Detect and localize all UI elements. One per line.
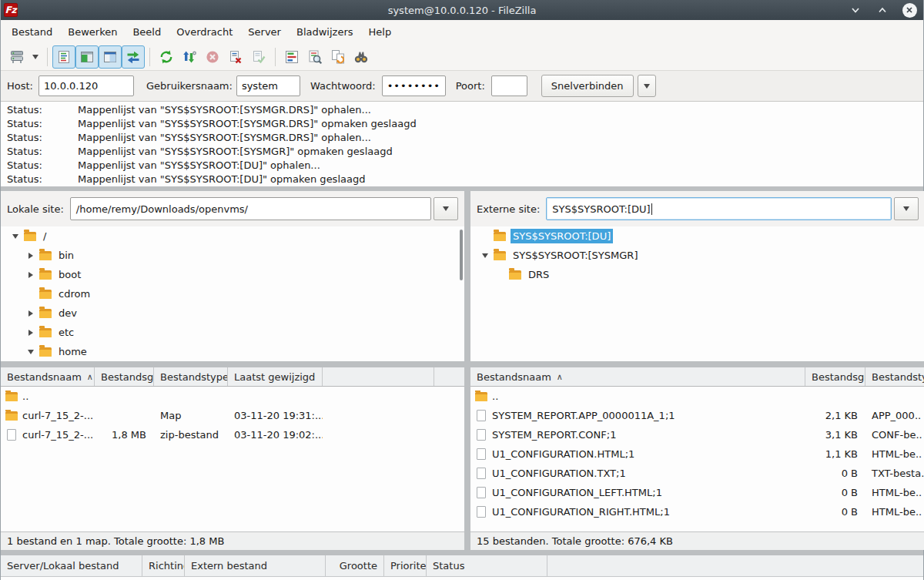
local-status-text: 1 bestand en 1 map. Totale grootte: 1,8 …	[7, 535, 224, 547]
tree-list-splitter[interactable]	[470, 361, 924, 367]
menu-item[interactable]: Beeld	[125, 22, 169, 42]
menu-item[interactable]: Bewerken	[60, 22, 125, 42]
column-header[interactable]: Bestandsgrootte	[95, 367, 154, 386]
tree-expander-icon[interactable]	[477, 253, 494, 258]
host-input[interactable]	[38, 75, 134, 96]
tree-item[interactable]: /	[1, 226, 464, 246]
site-manager-button[interactable]	[5, 45, 28, 69]
file-row[interactable]: curl-7_15_2-... 1,8 MB zip-bestand 03-11…	[1, 425, 464, 444]
menu-bar: BestandBewerkenBeeldOverdrachtServerBlad…	[1, 20, 923, 43]
tree-expander-icon[interactable]	[7, 234, 24, 239]
queue-splitter[interactable]	[1, 550, 923, 555]
toggle-transfer-queue-button[interactable]	[122, 45, 145, 69]
reconnect-button[interactable]	[247, 45, 270, 69]
tree-item[interactable]: SYS$SYSROOT:[SYSMGR]	[470, 246, 924, 265]
remote-site-bar: Externe site: SYS$SYSROOT:[DU]	[470, 191, 924, 226]
file-row[interactable]: ..	[1, 387, 464, 406]
tree-list-splitter[interactable]	[1, 361, 464, 367]
tree-expander-icon[interactable]	[22, 350, 39, 354]
tree-item[interactable]: home	[1, 342, 464, 361]
tree-scrollbar[interactable]	[460, 230, 463, 280]
file-row[interactable]: SYSTEM_REPORT.APP_0000011A_1;1 2,1 KB AP…	[470, 406, 924, 425]
log-message: Mappenlijst van "SYS$SYSROOT:[SYSMGR.DRS…	[78, 117, 417, 131]
queue-column-header[interactable]: Status	[427, 555, 547, 576]
quickconnect-dropdown[interactable]	[638, 75, 656, 97]
queue-column-header[interactable]: Richting	[142, 555, 185, 576]
port-label: Poort:	[456, 80, 485, 92]
pane-splitter[interactable]	[464, 191, 470, 550]
minimize-button[interactable]	[848, 2, 863, 18]
column-header[interactable]: Bestandsnaam∧	[1, 367, 95, 386]
local-site-dropdown[interactable]	[434, 197, 458, 220]
toggle-remote-tree-button[interactable]	[99, 45, 122, 69]
column-header[interactable]: Laatst gewijzigd	[228, 367, 323, 386]
message-log-icon	[56, 49, 72, 65]
queue-column-header[interactable]: Prioriteit	[384, 555, 427, 576]
quickconnect-button[interactable]: Snelverbinden	[541, 75, 634, 97]
remote-status-bar: 15 bestanden. Totale grootte: 676,4 KB	[470, 531, 924, 550]
file-row[interactable]: SYSTEM_REPORT.CONF;1 3,1 KB CONF-be..	[470, 425, 924, 444]
file-row[interactable]: ..	[470, 387, 924, 406]
folder-icon	[509, 270, 521, 280]
file-row[interactable]: U1_CONFIGURATION_LEFT.HTML;1 0 B HTML-be…	[470, 483, 924, 502]
menu-item[interactable]: Bladwijzers	[289, 22, 361, 42]
file-row[interactable]: curl-7_15_2-... Map 03-11-20 19:31:...	[1, 406, 464, 425]
tree-expander-icon[interactable]	[22, 272, 39, 278]
remote-site-input[interactable]: SYS$SYSROOT:[DU]	[546, 197, 892, 220]
toggle-local-tree-button[interactable]	[75, 45, 99, 69]
tree-item[interactable]: dev	[1, 303, 464, 323]
menu-item[interactable]: Bestand	[4, 22, 60, 42]
column-header[interactable]	[323, 367, 434, 386]
tree-expander-icon[interactable]	[22, 310, 39, 317]
process-queue-button[interactable]	[178, 45, 201, 69]
synchronized-browsing-button[interactable]	[326, 45, 350, 69]
column-header[interactable]: Bestandstype	[865, 367, 924, 386]
queue-column-header[interactable]: Grootte	[326, 555, 384, 576]
tree-item[interactable]: SYS$SYSROOT:[DU]	[470, 226, 924, 246]
maximize-button[interactable]	[875, 2, 890, 18]
log-type: Status:	[7, 131, 78, 145]
queue-column-header[interactable]: Extern bestand	[185, 555, 326, 576]
file-row[interactable]: U1_CONFIGURATION.HTML;1 1,1 KB HTML-be..	[470, 444, 924, 464]
log-type: Status:	[7, 159, 78, 173]
port-input[interactable]	[491, 75, 527, 96]
close-button[interactable]	[902, 2, 917, 18]
tree-item-label: boot	[56, 267, 83, 282]
transfer-queue-columns: Server/Lokaal bestand Richting Extern be…	[1, 555, 923, 577]
menu-item[interactable]: Server	[240, 22, 289, 42]
tree-item[interactable]: DRS	[470, 265, 924, 284]
tree-expander-icon[interactable]	[22, 253, 39, 259]
file-row[interactable]: U1_CONFIGURATION_RIGHT.HTML;1 0 B HTML-b…	[470, 502, 924, 521]
tree-item[interactable]: bin	[1, 246, 464, 265]
file-type: HTML-be..	[865, 487, 924, 498]
local-status-bar: 1 bestand en 1 map. Totale grootte: 1,8 …	[1, 531, 464, 550]
column-header[interactable]: Bestandsnaam∧	[470, 367, 805, 386]
folder-icon	[494, 232, 506, 241]
synchronized-browsing-icon	[330, 49, 346, 65]
find-files-button[interactable]	[350, 45, 373, 69]
local-site-input[interactable]: /home/remy/Downloads/openvms/	[70, 197, 431, 220]
cancel-button[interactable]	[201, 45, 224, 69]
site-manager-dropdown[interactable]	[28, 45, 42, 69]
disconnect-button[interactable]	[224, 45, 247, 69]
column-header[interactable]: Bestandsgrootte	[805, 367, 865, 386]
tree-expander-icon[interactable]	[22, 330, 39, 336]
menu-item[interactable]: Overdracht	[169, 22, 240, 42]
password-input[interactable]	[382, 75, 446, 96]
queue-column-header[interactable]: Server/Lokaal bestand	[1, 555, 142, 576]
remote-site-dropdown[interactable]	[894, 197, 919, 220]
username-input[interactable]	[236, 75, 300, 96]
log-line: Status: Mappenlijst van "SYS$SYSROOT:[SY…	[7, 103, 923, 117]
column-header[interactable]: Bestandstype	[154, 367, 228, 386]
refresh-button[interactable]	[155, 45, 178, 69]
toggle-message-log-button[interactable]	[52, 45, 75, 69]
menu-item[interactable]: Help	[361, 22, 400, 42]
file-row[interactable]: U1_CONFIGURATION.TXT;1 0 B TXT-besta.	[470, 464, 924, 483]
tree-item[interactable]: boot	[1, 265, 464, 284]
tree-item[interactable]: cdrom	[1, 284, 464, 303]
file-name: ..	[22, 391, 28, 402]
tree-item[interactable]: etc	[1, 323, 464, 342]
tree-item-label: SYS$SYSROOT:[SYSMGR]	[511, 248, 640, 263]
directory-comparison-button[interactable]	[303, 45, 326, 69]
filter-button[interactable]	[280, 45, 303, 69]
